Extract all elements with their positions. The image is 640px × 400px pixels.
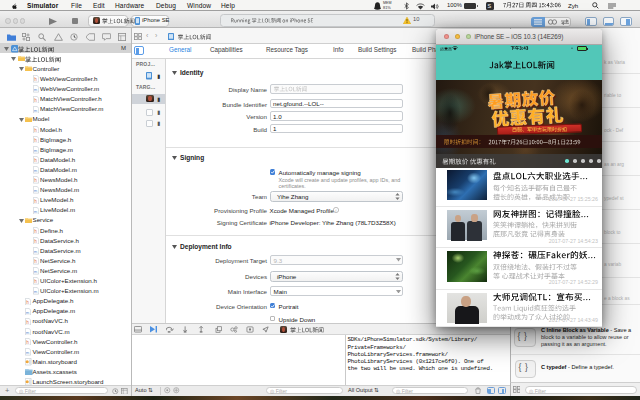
svg-text:m: m (26, 350, 30, 355)
svg-text:m: m (33, 168, 37, 173)
svg-text:i: i (335, 208, 337, 213)
svg-text:m: m (26, 310, 30, 315)
svg-text:m: m (26, 330, 30, 335)
svg-text:m: m (33, 148, 37, 153)
svg-text:m: m (33, 249, 37, 254)
svg-text:m: m (33, 108, 37, 113)
